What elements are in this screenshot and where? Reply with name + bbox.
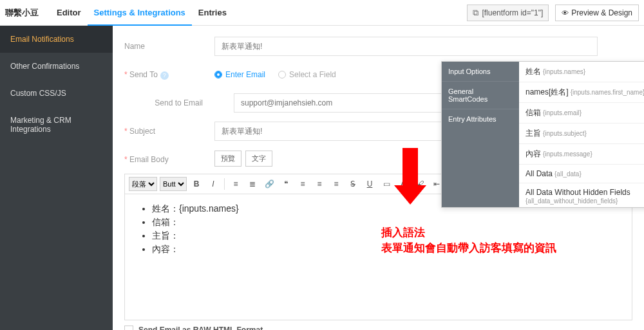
tab-settings[interactable]: Settings & Integrations: [88, 0, 192, 26]
dd-cat-entry-attributes[interactable]: Entry Attributes: [442, 109, 519, 129]
align-right-icon[interactable]: ≡: [329, 177, 343, 191]
textcolor-icon[interactable]: A: [396, 177, 410, 191]
italic-icon[interactable]: I: [206, 177, 220, 191]
strike-icon[interactable]: S̶: [346, 177, 360, 191]
dd-item[interactable]: names[姓名]{inputs.names.first_name}: [519, 82, 644, 103]
button-select[interactable]: Butt: [160, 177, 187, 191]
link-icon[interactable]: 🔗: [262, 177, 276, 191]
align-left-icon[interactable]: ≡: [296, 177, 310, 191]
dd-item[interactable]: 內容{inputs.message}: [519, 144, 644, 165]
preview-button[interactable]: 預覽: [214, 151, 242, 167]
underline-icon[interactable]: U: [363, 177, 377, 191]
dd-cat-general-smartcodes[interactable]: General SmartCodes: [442, 82, 519, 109]
sendto-select-field[interactable]: Select a Field: [278, 70, 336, 79]
body-line: 信箱：: [152, 215, 620, 229]
raw-html-checkbox[interactable]: [124, 325, 133, 330]
text-button[interactable]: 文字: [245, 151, 272, 167]
sidebar-item-email-notifications[interactable]: Email Notifications: [0, 26, 113, 53]
shortcode-copy[interactable]: [fluentform id="1"]: [467, 5, 549, 21]
dd-item[interactable]: 主旨{inputs.subject}: [519, 124, 644, 144]
image-icon[interactable]: ▭: [379, 177, 393, 191]
sidebar-item-other-confirmations[interactable]: Other Confirmations: [0, 53, 113, 80]
copy-icon: [473, 8, 478, 18]
sendto-label: Send To: [124, 70, 214, 80]
body-label: Email Body: [124, 155, 214, 164]
bullet-list-icon[interactable]: ≡: [229, 177, 243, 191]
dd-item[interactable]: 姓名{inputs.names}: [519, 62, 644, 82]
dd-item[interactable]: All Data Without Hidden Fields{all_data_…: [519, 183, 644, 207]
sidebar-item-marketing-crm[interactable]: Marketing & CRM Integrations: [0, 107, 113, 143]
page-title: 聯繫小豆: [5, 7, 39, 19]
settings-sidebar: Email Notifications Other Confirmations …: [0, 26, 113, 330]
name-label: Name: [124, 42, 214, 51]
info-icon: [158, 70, 169, 79]
preview-design-button[interactable]: Preview & Design: [555, 5, 639, 21]
sidebar-item-custom-css-js[interactable]: Custom CSS/JS: [0, 80, 113, 107]
body-line: 內容：: [152, 243, 620, 256]
shortcode-dropdown: Input Options General SmartCodes Entry A…: [441, 61, 644, 208]
editor-content[interactable]: 姓名：{inputs.names} 信箱： 主旨： 內容：: [125, 194, 632, 320]
shortcode-text: [fluentform id="1"]: [482, 8, 543, 17]
dd-cat-input-options[interactable]: Input Options: [442, 62, 519, 82]
tab-editor[interactable]: Editor: [50, 0, 88, 26]
paragraph-select[interactable]: 段落: [129, 177, 157, 191]
sendto-enter-email[interactable]: Enter Email: [214, 70, 265, 79]
align-center-icon[interactable]: ≡: [312, 177, 327, 191]
dd-item[interactable]: 信箱{inputs.email}: [519, 103, 644, 124]
number-list-icon[interactable]: ≣: [245, 177, 260, 191]
name-input[interactable]: [214, 37, 598, 56]
body-line: 主旨：: [152, 229, 620, 243]
subject-label: Subject: [124, 127, 214, 136]
sendto-email-label: Send to Email: [124, 98, 214, 107]
bgcolor-icon[interactable]: 🖌: [413, 177, 427, 191]
dd-item[interactable]: All Data{all_data}: [519, 165, 644, 183]
quote-icon[interactable]: ❝: [279, 177, 293, 191]
bold-icon[interactable]: B: [189, 177, 204, 191]
tab-entries[interactable]: Entries: [192, 0, 233, 26]
raw-html-label: Send Email as RAW HTML Format: [138, 325, 263, 330]
